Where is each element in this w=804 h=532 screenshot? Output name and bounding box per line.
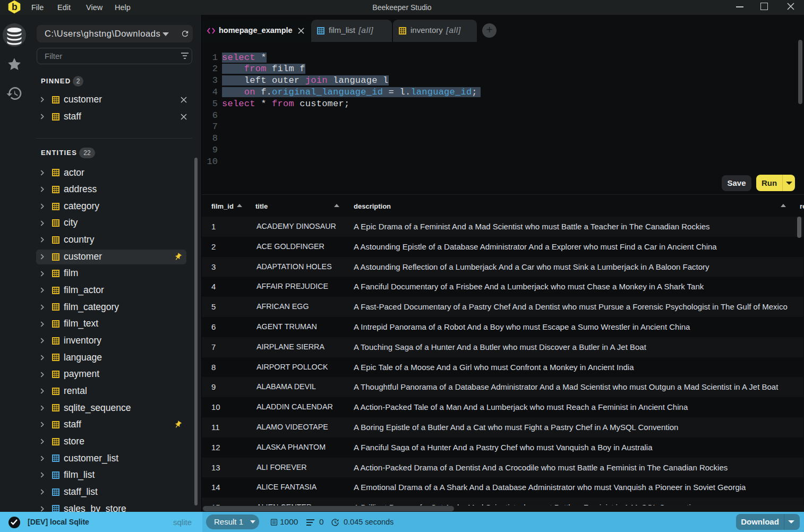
svg-text:b: b — [12, 2, 18, 12]
